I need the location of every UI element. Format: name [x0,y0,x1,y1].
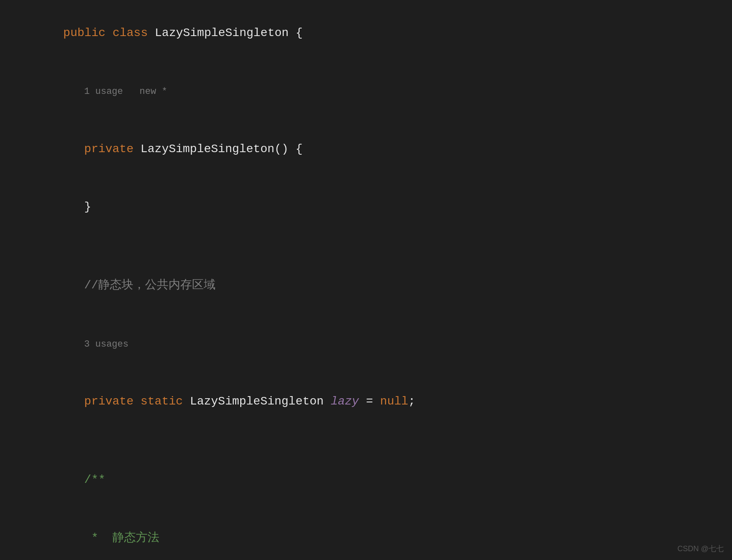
field-type: LazySimpleSingleton [190,395,331,408]
javadoc-line1: * 静态方法 [84,531,159,544]
code-text: private static LazySimpleSingleton lazy … [17,373,732,430]
code-text: 1 usage new * [17,63,732,119]
parens: () [275,143,296,156]
code-text: private LazySimpleSingleton() { [17,121,732,177]
usage-hint: 1 usage new * [84,86,167,97]
keyword-private: private [84,395,140,408]
line-usage-hint-3: 3 usages [0,315,732,373]
semicolon: ; [408,395,415,408]
line-constructor: private LazySimpleSingleton() { [0,120,732,178]
line-usage-hint-1: 1 usage new * [0,62,732,120]
keyword-private: private [84,143,140,156]
keyword-class: class [112,26,155,39]
open-brace: { [296,26,303,39]
line-comment-static: //静态块，公共内存区域 [0,257,732,314]
code-editor: public class LazySimpleSingleton { 1 usa… [0,0,732,560]
watermark: CSDN @七七 [677,543,724,555]
keyword-null: null [380,395,408,408]
javadoc-open: /** [84,473,105,486]
classname: LazySimpleSingleton [155,26,296,39]
line-blank-1 [0,236,732,257]
line-field-decl: private static LazySimpleSingleton lazy … [0,373,732,430]
code-text: //静态块，公共内存区域 [17,257,732,314]
line-javadoc-open: /** [0,451,732,509]
code-text: /** [17,452,732,508]
line-blank-2 [0,431,732,451]
code-text [17,432,732,451]
keyword-public: public [63,26,113,39]
open-brace: { [296,143,303,156]
code-text [17,237,732,256]
line-class-decl: public class LazySimpleSingleton { [0,4,732,62]
constructor-name: LazySimpleSingleton [140,143,274,156]
keyword-static: static [140,395,190,408]
close-brace: } [84,200,91,213]
code-text: } [17,179,732,235]
comment-text: //静态块，公共内存区域 [84,279,216,292]
line-javadoc-1: * 静态方法 [0,509,732,560]
line-close-brace-1: } [0,178,732,236]
code-text: * 静态方法 [17,510,732,560]
usage-hint-3: 3 usages [84,339,129,350]
field-name: lazy [331,395,359,408]
code-text: 3 usages [17,316,732,372]
equals: = [359,395,380,408]
code-text: public class LazySimpleSingleton { [17,5,732,61]
